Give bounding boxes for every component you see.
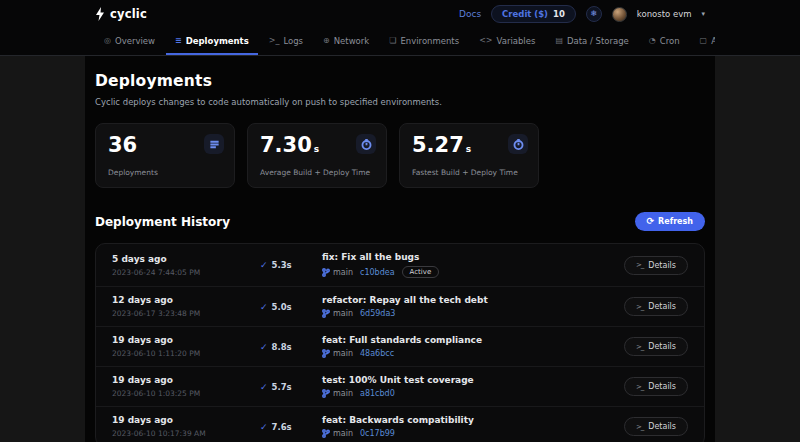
nav-tab[interactable]: ◎ Overview [95, 28, 164, 55]
stat-card: 5.27s Fastest Build + Deploy Time [399, 123, 539, 188]
nav-tab[interactable]: ◔ Cron [640, 28, 689, 55]
nav-tab-label: Overview [115, 36, 155, 46]
docs-link[interactable]: Docs [459, 9, 481, 19]
success-check-icon: ✓ [260, 260, 268, 270]
cron-icon: ◔ [649, 36, 656, 45]
credit-button[interactable]: Credit ($) 10 [491, 5, 576, 23]
variables-icon: <> [479, 36, 492, 45]
deployment-row: 12 days ago 2023-06-17 3:23:48 PM ✓ 5.0s… [96, 287, 704, 327]
main-content: Deployments Cyclic deploys changes to co… [85, 56, 715, 442]
terminal-icon: >_ [636, 383, 643, 391]
nav-tab-label: Network [334, 36, 370, 46]
topbar: cyclic Docs Credit ($) 10 ❄ konosto evm … [85, 0, 715, 28]
nav-tab[interactable]: ▢ Auth [691, 28, 715, 55]
git-branch-icon [322, 268, 330, 277]
terminal-icon: >_ [636, 303, 643, 311]
stat-label: Fastest Build + Deploy Time [412, 168, 526, 177]
stat-value: 5.27 [412, 133, 464, 157]
commit-message: feat: Full standards compliance [322, 335, 624, 345]
commit-hash[interactable]: a81cbd0 [360, 389, 395, 398]
git-branch-icon [322, 349, 330, 358]
commit-hash[interactable]: 48a6bcc [360, 349, 394, 358]
commit-message: feat: Backwards compatibility [322, 415, 624, 425]
refresh-icon: ⟳ [647, 217, 655, 226]
deployments-icon [209, 139, 220, 150]
stat-unit: s [466, 144, 471, 154]
details-label: Details [648, 302, 676, 311]
timestamp: 2023-06-10 10:17:39 AM [112, 429, 260, 438]
build-duration: 5.0s [272, 302, 292, 312]
stat-card: 36 Deployments [95, 123, 235, 188]
details-label: Details [648, 342, 676, 351]
success-check-icon: ✓ [260, 382, 268, 392]
deployments-icon: ≡ [175, 36, 182, 45]
timestamp: 2023-06-10 1:11:20 PM [112, 349, 260, 358]
terminal-icon: >_ [636, 261, 643, 269]
page-subtitle: Cyclic deploys changes to code automatic… [95, 97, 705, 107]
timer-icon [361, 139, 372, 150]
branch-name: main [333, 268, 353, 277]
nav-tabs: ◎ Overview ≡ Deployments >_ Logs ⊕ Netwo… [85, 28, 715, 55]
branch-name: main [333, 389, 353, 398]
auth-icon: ▢ [700, 36, 708, 45]
topbar-right: Docs Credit ($) 10 ❄ konosto evm ▾ [459, 5, 705, 23]
relative-time: 19 days ago [112, 335, 260, 345]
status-badge: Active [402, 266, 440, 278]
deployment-row: 19 days ago 2023-06-10 1:03:25 PM ✓ 5.7s… [96, 367, 704, 407]
nav-tab-label: Deployments [186, 36, 249, 46]
chevron-down-icon[interactable]: ▾ [701, 10, 705, 18]
commit-hash[interactable]: 6d59da3 [360, 309, 395, 318]
nav-tab[interactable]: ≡ Deployments [166, 28, 258, 55]
deployment-row: 19 days ago 2023-06-10 1:11:20 PM ✓ 8.8s… [96, 327, 704, 367]
nav-tab[interactable]: <> Variables [470, 28, 544, 55]
nav-tab[interactable]: ⊕ Network [314, 28, 378, 55]
git-branch-icon [322, 389, 330, 398]
build-duration: 7.6s [272, 422, 292, 432]
header: cyclic Docs Credit ($) 10 ❄ konosto evm … [0, 0, 800, 56]
credit-value: 10 [553, 9, 565, 19]
nav-tab[interactable]: ▤ Data / Storage [546, 28, 637, 55]
history-title: Deployment History [95, 215, 230, 229]
success-check-icon: ✓ [260, 422, 268, 432]
stat-unit: s [314, 144, 319, 154]
success-check-icon: ✓ [260, 342, 268, 352]
details-button[interactable]: >_ Details [624, 297, 688, 316]
relative-time: 19 days ago [112, 375, 260, 385]
username: konosto evm [637, 9, 692, 19]
commit-message: test: 100% Unit test coverage [322, 375, 624, 385]
environments-icon: ❏ [389, 36, 396, 45]
stat-value: 7.30 [260, 133, 312, 157]
details-button[interactable]: >_ Details [624, 417, 688, 436]
avatar[interactable] [612, 7, 627, 22]
build-duration: 8.8s [272, 342, 292, 352]
git-branch-icon [322, 309, 330, 318]
branch-name: main [333, 349, 353, 358]
theme-toggle-icon[interactable]: ❄ [586, 6, 602, 22]
storage-icon: ▤ [555, 36, 563, 45]
details-button[interactable]: >_ Details [624, 256, 688, 275]
nav-tab-label: Auth [711, 36, 715, 46]
nav-bar: ◎ Overview ≡ Deployments >_ Logs ⊕ Netwo… [0, 28, 800, 56]
stat-label: Deployments [108, 168, 222, 177]
git-branch-icon [322, 429, 330, 438]
nav-tab-label: Cron [660, 36, 680, 46]
logo-text: cyclic [110, 7, 147, 21]
nav-tab[interactable]: >_ Logs [260, 28, 312, 55]
timestamp: 2023-06-17 3:23:48 PM [112, 309, 260, 318]
deployment-row: 19 days ago 2023-06-10 10:17:39 AM ✓ 7.6… [96, 407, 704, 442]
details-label: Details [648, 261, 676, 270]
app-logo[interactable]: cyclic [95, 7, 147, 21]
overview-icon: ◎ [104, 36, 111, 45]
deployment-list: 5 days ago 2023-06-24 7:44:05 PM ✓ 5.3s … [95, 243, 705, 442]
nav-tab-label: Data / Storage [567, 36, 629, 46]
commit-hash[interactable]: c10bdea [360, 268, 395, 277]
refresh-button[interactable]: ⟳ Refresh [635, 212, 705, 231]
commit-hash[interactable]: 0c17b99 [360, 429, 395, 438]
logs-icon: >_ [269, 36, 280, 45]
timestamp: 2023-06-10 1:03:25 PM [112, 389, 260, 398]
nav-tab[interactable]: ❏ Environments [380, 28, 468, 55]
branch-name: main [333, 429, 353, 438]
details-button[interactable]: >_ Details [624, 377, 688, 396]
stats-cards: 36 Deployments 7.30s Average Build + Dep… [95, 123, 705, 188]
details-button[interactable]: >_ Details [624, 337, 688, 356]
